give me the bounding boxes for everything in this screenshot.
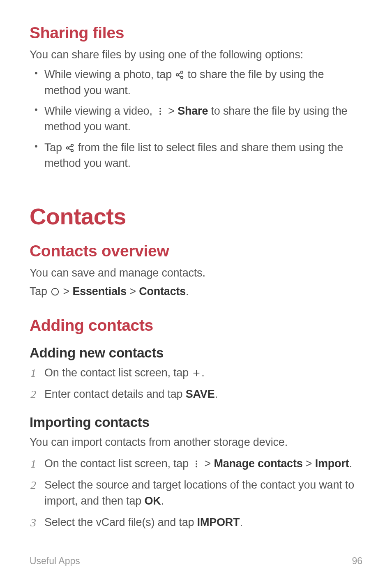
text-fragment: > <box>165 105 178 117</box>
text-fragment: Tap <box>44 141 65 154</box>
svg-point-10 <box>71 149 74 152</box>
bold-text: Manage contacts <box>214 457 302 470</box>
heading-contacts: Contacts <box>30 203 362 230</box>
svg-point-18 <box>196 466 197 468</box>
bold-text: Contacts <box>139 285 186 297</box>
text-fragment: > <box>60 285 72 297</box>
text-fragment: . <box>240 516 242 528</box>
overview-tap-line: Tap > Essentials > Contacts. <box>30 284 362 299</box>
text-fragment: > <box>201 457 214 470</box>
sharing-bullet-3: Tap from the file list to select files a… <box>30 140 362 171</box>
svg-point-9 <box>67 147 69 149</box>
bold-text: Essentials <box>72 285 127 297</box>
svg-point-2 <box>181 76 183 79</box>
step-item: Enter contact details and tap SAVE. <box>30 386 362 402</box>
text-fragment: Select the vCard file(s) and tap <box>44 516 197 528</box>
text-fragment: . <box>201 367 204 379</box>
heading-importing: Importing contacts <box>30 415 362 430</box>
text-fragment: Select the source and target locations o… <box>44 479 354 507</box>
sharing-intro: You can share files by using one of the … <box>30 47 362 62</box>
heading-contacts-overview: Contacts overview <box>30 242 362 260</box>
sharing-bullet-2: While viewing a video, > Share to share … <box>30 103 362 135</box>
bold-text: OK <box>144 495 161 507</box>
footer-section: Useful Apps <box>30 556 80 567</box>
svg-line-11 <box>69 146 71 148</box>
svg-point-17 <box>196 463 197 465</box>
share-icon <box>65 143 74 152</box>
svg-point-6 <box>159 111 161 112</box>
adding-new-steps: On the contact list screen, tap . Enter … <box>30 365 362 402</box>
text-fragment: While viewing a video, <box>44 105 155 117</box>
text-fragment: On the contact list screen, tap <box>44 457 191 470</box>
share-icon <box>175 70 184 79</box>
svg-line-4 <box>178 76 181 77</box>
sharing-bullets: While viewing a photo, tap to share the … <box>30 67 362 171</box>
text-fragment: . <box>161 495 164 507</box>
document-page: Sharing files You can share files by usi… <box>0 0 392 588</box>
text-fragment: > <box>127 285 139 297</box>
svg-point-5 <box>159 108 161 110</box>
text-fragment: . <box>349 457 352 470</box>
step-item: On the contact list screen, tap > Manage… <box>30 456 362 471</box>
more-icon <box>192 459 201 468</box>
plus-icon <box>192 369 201 378</box>
importing-intro: You can import contacts from another sto… <box>30 434 362 450</box>
text-fragment: > <box>303 457 315 470</box>
svg-point-13 <box>52 288 59 295</box>
text-fragment: While viewing a photo, tap <box>44 68 175 81</box>
more-icon <box>156 107 165 116</box>
svg-point-0 <box>181 71 183 74</box>
svg-point-1 <box>176 74 179 76</box>
text-fragment: Enter contact details and tap <box>44 388 186 400</box>
page-footer: Useful Apps 96 <box>30 556 362 567</box>
step-item: On the contact list screen, tap . <box>30 365 362 380</box>
svg-line-12 <box>69 148 71 150</box>
text-fragment: . <box>186 285 189 297</box>
svg-point-7 <box>159 113 161 115</box>
page-number: 96 <box>352 556 362 567</box>
text-fragment: from the file list to select files and s… <box>44 141 343 169</box>
bold-text: IMPORT <box>197 516 240 528</box>
heading-adding-contacts: Adding contacts <box>30 316 362 334</box>
bold-text: SAVE <box>186 388 215 400</box>
text-fragment: Tap <box>30 285 50 297</box>
importing-steps: On the contact list screen, tap > Manage… <box>30 456 362 530</box>
svg-point-16 <box>196 461 197 462</box>
svg-line-3 <box>178 73 181 74</box>
text-fragment: . <box>214 388 217 400</box>
overview-text: You can save and manage contacts. <box>30 265 362 281</box>
svg-point-8 <box>71 144 74 146</box>
bold-text: Import <box>315 457 349 470</box>
bold-text: Share <box>178 105 208 117</box>
section-contacts-overview: Contacts overview You can save and manag… <box>30 242 362 299</box>
sharing-bullet-1: While viewing a photo, tap to share the … <box>30 67 362 98</box>
step-item: Select the source and target locations o… <box>30 477 362 509</box>
heading-adding-new: Adding new contacts <box>30 345 362 361</box>
home-icon <box>51 287 60 296</box>
step-item: Select the vCard file(s) and tap IMPORT. <box>30 514 362 530</box>
section-sharing-files: Sharing files You can share files by usi… <box>30 24 362 171</box>
text-fragment: On the contact list screen, tap <box>44 367 191 379</box>
heading-sharing-files: Sharing files <box>30 24 362 42</box>
